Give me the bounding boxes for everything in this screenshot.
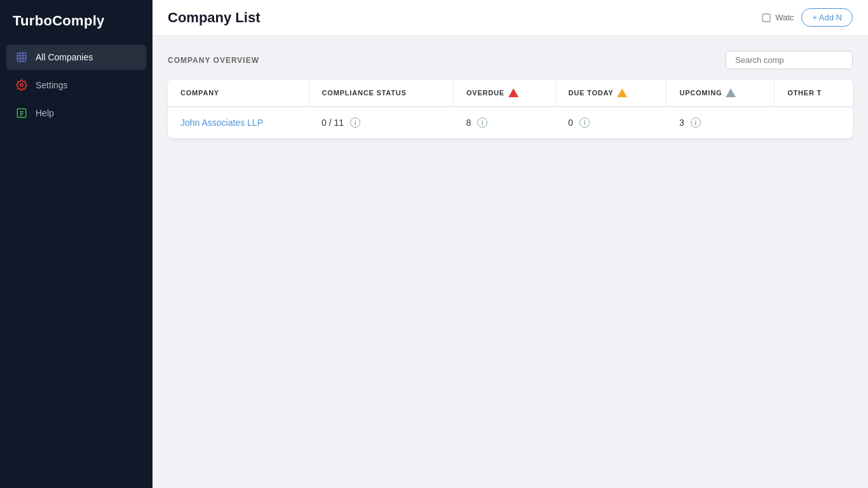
help-icon <box>15 107 28 119</box>
overdue-value: 8 i <box>466 118 543 128</box>
svg-point-5 <box>20 84 24 87</box>
watchtower-label: Watc <box>775 13 794 22</box>
col-compliance-status: COMPLIANCE STATUS <box>309 79 453 107</box>
col-company: COMPANY <box>168 79 309 107</box>
cell-other <box>775 107 853 139</box>
sidebar-item-label: Settings <box>36 80 68 90</box>
due-today-label-text: DUE TODAY <box>569 89 614 97</box>
building-icon <box>15 51 28 64</box>
main-area: Company List Watc + Add N COMPANY OVERVI… <box>153 0 868 488</box>
sidebar-item-label: Help <box>36 108 54 118</box>
col-compliance-status-label: COMPLIANCE STATUS <box>322 89 407 97</box>
company-table: COMPANY COMPLIANCE STATUS OVERDUE <box>168 79 853 139</box>
overdue-text: 8 <box>466 118 471 128</box>
content-area: COMPANY OVERVIEW COMPANY COMPLIANCE STAT… <box>153 36 868 488</box>
due-today-text: 0 <box>568 118 573 128</box>
upcoming-value: 3 i <box>679 118 762 128</box>
sidebar-nav: All Companies Settings Help <box>0 44 153 126</box>
col-upcoming-label: UPCOMING <box>679 88 736 97</box>
sidebar-item-all-companies[interactable]: All Companies <box>6 44 146 70</box>
compliance-status-text: 0 / 11 <box>322 118 344 128</box>
sidebar-item-settings[interactable]: Settings <box>6 72 146 98</box>
col-overdue-label: OVERDUE <box>466 88 519 97</box>
col-upcoming: UPCOMING <box>667 79 775 107</box>
triangle-red-icon <box>508 88 519 97</box>
page-title: Company List <box>168 10 260 26</box>
svg-rect-0 <box>17 53 26 62</box>
table: COMPANY COMPLIANCE STATUS OVERDUE <box>168 79 853 139</box>
upcoming-info-icon[interactable]: i <box>691 118 701 128</box>
col-due-today: DUE TODAY <box>555 79 667 107</box>
upcoming-label-text: UPCOMING <box>679 89 722 97</box>
topbar: Company List Watc + Add N <box>153 0 868 36</box>
sidebar: TurboComply All Companies Settings <box>0 0 153 488</box>
col-other: OTHER T <box>775 79 853 107</box>
cell-due-today: 0 i <box>555 107 667 139</box>
topbar-actions: Watc + Add N <box>761 8 853 27</box>
watchtower-icon <box>761 13 771 23</box>
gear-icon <box>15 79 28 92</box>
cell-upcoming: 3 i <box>667 107 775 139</box>
cell-overdue: 8 i <box>453 107 555 139</box>
overdue-label-text: OVERDUE <box>466 89 505 97</box>
add-button[interactable]: + Add N <box>801 8 853 27</box>
compliance-status-value: 0 / 11 i <box>322 118 440 128</box>
table-row: John Associates LLP 0 / 11 i 8 i <box>168 107 853 139</box>
col-other-label: OTHER T <box>787 89 822 97</box>
search-input[interactable] <box>726 51 853 69</box>
svg-rect-10 <box>763 14 770 22</box>
section-header: COMPANY OVERVIEW <box>168 51 853 69</box>
triangle-gray-icon <box>726 88 736 97</box>
sidebar-item-help[interactable]: Help <box>6 100 146 126</box>
due-today-info-icon[interactable]: i <box>580 118 590 128</box>
upcoming-text: 3 <box>679 118 684 128</box>
col-due-today-label: DUE TODAY <box>569 88 628 97</box>
company-link[interactable]: John Associates LLP <box>180 118 263 128</box>
col-overdue: OVERDUE <box>453 79 555 107</box>
overdue-info-icon[interactable]: i <box>477 118 487 128</box>
table-header-row: COMPANY COMPLIANCE STATUS OVERDUE <box>168 79 853 107</box>
sidebar-item-label: All Companies <box>36 52 93 62</box>
compliance-info-icon[interactable]: i <box>350 118 360 128</box>
due-today-value: 0 i <box>568 118 654 128</box>
watchtower-button[interactable]: Watc <box>761 13 794 23</box>
col-company-label: COMPANY <box>180 89 219 97</box>
cell-compliance-status: 0 / 11 i <box>309 107 453 139</box>
triangle-yellow-icon <box>617 88 627 97</box>
cell-company: John Associates LLP <box>168 107 309 139</box>
app-logo: TurboComply <box>0 0 153 44</box>
section-title: COMPANY OVERVIEW <box>168 56 259 65</box>
